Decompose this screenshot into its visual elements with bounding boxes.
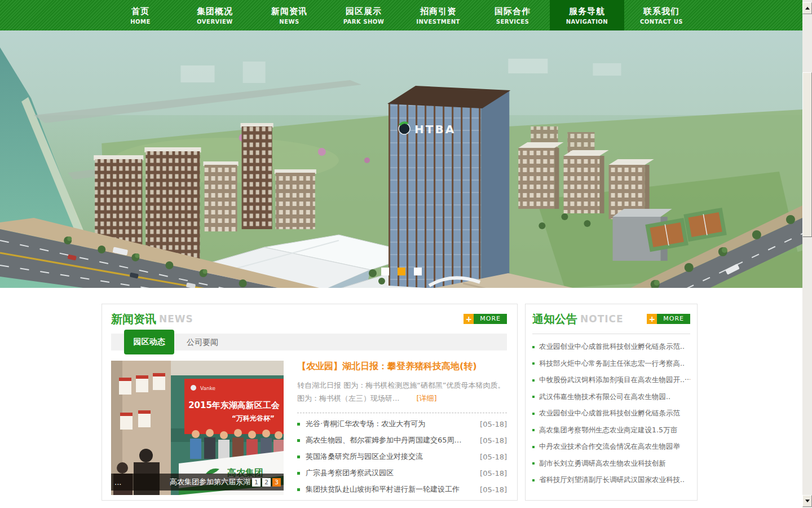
main-content: 新闻资讯 NEWS + MORE 园区动态 公司要闻 xyxy=(102,304,698,501)
scrollbar-down-button[interactable] xyxy=(802,495,812,507)
news-list-item: 高农生物园、都尔霍姆参加中丹两国建交65周… [05-18] xyxy=(297,432,507,449)
nav-label-zh: 服务导航 xyxy=(569,6,605,17)
bullet-icon xyxy=(532,379,535,382)
page-viewport: 首页 HOME 集团概况 OVERVIEW 新闻资讯 NEWS 园区展示 PAR… xyxy=(0,0,802,508)
news-list-item: 集团扶贫队赴山坡街和平村进行新一轮建设工作 [05-18] xyxy=(297,481,507,498)
news-date: [05-18] xyxy=(475,436,507,445)
news-header: 新闻资讯 NEWS + MORE xyxy=(111,311,507,327)
detail-link[interactable]: [详细] xyxy=(417,394,437,402)
notice-link[interactable]: 科技部火炬中心常务副主任张志宏一行考察高.. xyxy=(539,359,685,369)
nav-item-park-show[interactable]: 园区展示 PARK SHOW xyxy=(326,0,401,30)
bullet-icon xyxy=(532,446,535,448)
notice-link[interactable]: 中牧股份武汉饲料添加剂项目在高农生物园开..··· xyxy=(539,375,690,385)
carousel-dot-1[interactable] xyxy=(381,268,389,275)
news-more-button[interactable]: + MORE xyxy=(464,314,507,324)
bullet-icon xyxy=(532,396,535,398)
nav-label-zh: 招商引资 xyxy=(420,6,456,17)
notice-link[interactable]: 高农集团考察鄂州生态农业商定建设1.5万亩 xyxy=(539,426,677,435)
photo-banner: Vanke 2015年东湖高新区工会 “万科光谷杯” xyxy=(184,379,284,434)
tab-company-news[interactable]: 公司要闻 xyxy=(187,334,218,351)
nav-item-services[interactable]: 国际合作 SERVICES xyxy=(475,0,550,30)
photo-caption-bar: ... 高农集团参加第六届东湖 1 2 3 xyxy=(111,474,284,491)
banner-line2: “万科光谷杯” xyxy=(232,414,275,422)
news-panel: 新闻资讯 NEWS + MORE 园区动态 公司要闻 xyxy=(102,304,518,501)
featured-article-excerpt: 转自湖北日报 图为：梅书棋检测恩施“硒都黑”优质母本猪肉质。 图为：梅书棋（左三… xyxy=(297,379,507,405)
notice-item: 科技部火炬中心常务副主任张志宏一行考察高.. xyxy=(532,356,690,373)
photo-caption: 高农集团参加第六届东湖 xyxy=(170,477,250,487)
top-navigation: 首页 HOME 集团概况 OVERVIEW 新闻资讯 NEWS 园区展示 PAR… xyxy=(0,0,802,30)
vertical-scrollbar[interactable] xyxy=(802,0,812,508)
bullet-icon xyxy=(532,462,535,465)
notice-item: 副市长刘立勇调研高农生物农业科技创新 xyxy=(532,456,690,472)
scrollbar-thumb[interactable] xyxy=(802,72,812,237)
notice-link[interactable]: 农业园创业中心成首批科技创业孵化链条示范.. xyxy=(539,342,685,352)
notice-list: 农业园创业中心成首批科技创业孵化链条示范.. 科技部火炬中心常务副主任张志宏一行… xyxy=(532,339,690,489)
news-tabbar: 园区动态 公司要闻 xyxy=(111,334,507,351)
bullet-icon xyxy=(297,439,300,442)
news-date: [05-18] xyxy=(475,469,507,478)
photo-page-2[interactable]: 2 xyxy=(262,478,271,487)
nav-item-contact[interactable]: 联系我们 CONTACT US xyxy=(624,0,699,30)
arrow-down-icon xyxy=(805,500,810,502)
hero-banner: HTBA xyxy=(0,30,802,288)
more-label: MORE xyxy=(657,314,690,324)
featured-article-title[interactable]: 【农业园】湖北日报：攀登养猪科技高地(转) xyxy=(297,361,507,373)
notice-item: 武汉伟嘉生物技术有限公司在高农生物园.. xyxy=(532,389,690,406)
news-link[interactable]: 高农生物园、都尔霍姆参加中丹两国建交65周… xyxy=(306,435,462,445)
carousel-dot-3[interactable] xyxy=(414,268,422,275)
bullet-icon xyxy=(297,472,300,475)
nav-label-en: PARK SHOW xyxy=(343,19,385,25)
nav-label-zh: 国际合作 xyxy=(495,6,531,17)
notice-more-button[interactable]: + MORE xyxy=(647,314,690,324)
bullet-icon xyxy=(532,346,535,348)
tab-park-news[interactable]: 园区动态 xyxy=(124,330,174,354)
notice-panel: 通知公告 NOTICE + MORE 农业园创业中心成首批科技创业孵化链条示范.… xyxy=(525,304,698,501)
news-link[interactable]: 广宗县考察团考察武汉园区 xyxy=(306,468,394,478)
nav-label-en: OVERVIEW xyxy=(197,19,233,25)
nav-label-en: NEWS xyxy=(279,19,299,25)
news-list-item: 广宗县考察团考察武汉园区 [05-18] xyxy=(297,465,507,481)
scrollbar-up-button[interactable] xyxy=(802,2,812,14)
news-list: 光谷·青桐汇华农专场：农业大有可为 [05-18] 高农生物园、都尔霍姆参加中丹… xyxy=(297,416,507,498)
news-body: Vanke 2015年东湖高新区工会 “万科光谷杯” xyxy=(111,361,507,498)
carousel-dot-2[interactable] xyxy=(398,268,405,275)
caption-prefix: ... xyxy=(114,478,170,487)
nav-item-overview[interactable]: 集团概况 OVERVIEW xyxy=(178,0,252,30)
banner-line1: 2015年东湖高新区工会 xyxy=(188,400,280,410)
notice-header: 通知公告 NOTICE + MORE xyxy=(532,311,690,327)
news-photo-slideshow[interactable]: Vanke 2015年东湖高新区工会 “万科光谷杯” xyxy=(111,361,284,495)
nav-label-en: CONTACT US xyxy=(640,19,683,25)
notice-link[interactable]: 副市长刘立勇调研高农生物农业科技创新 xyxy=(539,459,666,468)
news-date: [05-18] xyxy=(475,485,507,494)
notice-item: 高农集团考察鄂州生态农业商定建设1.5万亩 xyxy=(532,422,690,439)
nav-item-investment[interactable]: 招商引资 INVESTMENT xyxy=(401,0,475,30)
hero-building-sign: HTBA xyxy=(414,122,456,136)
news-link[interactable]: 光谷·青桐汇华农专场：农业大有可为 xyxy=(306,419,425,429)
bullet-icon xyxy=(297,423,300,426)
notice-item: 省科技厅刘望清副厅长调研武汉国家农业科技.. xyxy=(532,472,690,489)
photo-page-3[interactable]: 3 xyxy=(272,478,281,487)
notice-link[interactable]: 省科技厅刘望清副厅长调研武汉国家农业科技.. xyxy=(539,475,685,485)
plus-icon: + xyxy=(464,314,474,324)
news-list-item: 英国洛桑研究所与园区企业对接交流 [05-18] xyxy=(297,449,507,465)
nav-item-news[interactable]: 新闻资讯 NEWS xyxy=(252,0,326,30)
nav-item-home[interactable]: 首页 HOME xyxy=(103,0,178,30)
nav-label-en: SERVICES xyxy=(496,19,529,25)
bullet-icon xyxy=(297,488,300,491)
news-link[interactable]: 英国洛桑研究所与园区企业对接交流 xyxy=(306,452,423,462)
notice-title-en: NOTICE xyxy=(580,313,624,325)
arrow-up-icon xyxy=(805,7,810,10)
notice-divider xyxy=(532,334,690,334)
notice-item: 中丹农业技术合作交流会情况在高农生物园举 xyxy=(532,439,690,456)
notice-item: 农业园创业中心成首批科技创业孵化链条示范 xyxy=(532,405,690,422)
photo-page-1[interactable]: 1 xyxy=(252,478,261,487)
news-link[interactable]: 集团扶贫队赴山坡街和平村进行新一轮建设工作 xyxy=(306,484,460,494)
notice-link[interactable]: 农业园创业中心成首批科技创业孵化链条示范 xyxy=(539,409,680,418)
notice-link[interactable]: 中丹农业技术合作交流会情况在高农生物园举 xyxy=(539,442,680,452)
nav-label-en: INVESTMENT xyxy=(416,19,460,25)
notice-link[interactable]: 武汉伟嘉生物技术有限公司在高农生物园.. xyxy=(539,392,670,402)
bullet-icon xyxy=(532,413,535,415)
bullet-icon xyxy=(532,429,535,431)
nav-label-en: HOME xyxy=(130,19,151,25)
nav-item-navigation[interactable]: 服务导航 NAVIGATION xyxy=(550,0,624,30)
